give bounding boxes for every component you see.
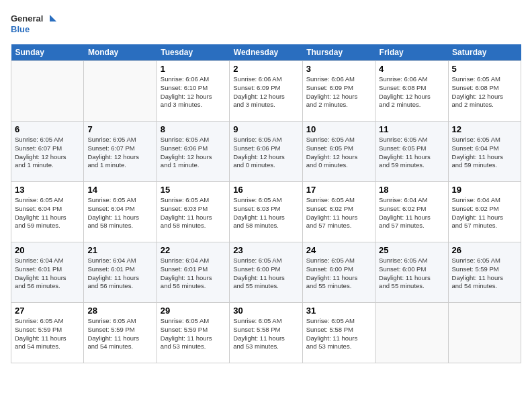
calendar-week-row: 6Sunrise: 6:05 AM Sunset: 6:07 PM Daylig…: [11, 122, 521, 182]
day-number: 28: [87, 306, 152, 316]
day-of-week-header: Wednesday: [230, 44, 302, 61]
calendar-cell: 14Sunrise: 6:05 AM Sunset: 6:04 PM Dayli…: [84, 182, 157, 242]
day-info: Sunrise: 6:05 AM Sunset: 6:03 PM Dayligh…: [161, 196, 226, 230]
day-number: 29: [161, 306, 226, 316]
day-info: Sunrise: 6:06 AM Sunset: 6:09 PM Dayligh…: [233, 75, 298, 109]
day-of-week-header: Friday: [375, 44, 448, 61]
day-info: Sunrise: 6:05 AM Sunset: 6:04 PM Dayligh…: [87, 196, 152, 230]
calendar-cell: 6Sunrise: 6:05 AM Sunset: 6:07 PM Daylig…: [11, 122, 84, 182]
calendar-cell: 1Sunrise: 6:06 AM Sunset: 6:10 PM Daylig…: [157, 61, 229, 122]
calendar-week-row: 20Sunrise: 6:04 AM Sunset: 6:01 PM Dayli…: [11, 242, 521, 303]
day-of-week-header: Sunday: [11, 44, 84, 61]
calendar-cell: 10Sunrise: 6:05 AM Sunset: 6:05 PM Dayli…: [302, 122, 375, 182]
logo: General Blue: [11, 11, 58, 36]
calendar-cell: 18Sunrise: 6:04 AM Sunset: 6:02 PM Dayli…: [375, 182, 448, 242]
day-number: 20: [15, 245, 80, 255]
day-number: 30: [233, 306, 298, 316]
day-number: 26: [452, 245, 517, 255]
day-number: 4: [379, 64, 444, 74]
calendar-cell: 29Sunrise: 6:05 AM Sunset: 5:59 PM Dayli…: [157, 303, 229, 363]
calendar-cell: 2Sunrise: 6:06 AM Sunset: 6:09 PM Daylig…: [230, 61, 302, 122]
day-number: 21: [87, 245, 152, 255]
day-of-week-header: Monday: [84, 44, 157, 61]
day-info: Sunrise: 6:04 AM Sunset: 6:01 PM Dayligh…: [161, 257, 226, 291]
day-info: Sunrise: 6:05 AM Sunset: 6:03 PM Dayligh…: [233, 196, 298, 230]
calendar-cell: [375, 303, 448, 363]
calendar-week-row: 27Sunrise: 6:05 AM Sunset: 5:59 PM Dayli…: [11, 303, 521, 363]
day-number: 5: [452, 64, 517, 74]
day-number: 2: [233, 64, 298, 74]
day-info: Sunrise: 6:06 AM Sunset: 6:09 PM Dayligh…: [306, 75, 371, 109]
day-number: 12: [452, 124, 517, 134]
day-info: Sunrise: 6:05 AM Sunset: 5:59 PM Dayligh…: [452, 257, 517, 291]
day-number: 14: [87, 185, 152, 195]
day-number: 15: [161, 185, 226, 195]
day-number: 27: [15, 306, 80, 316]
calendar-cell: 23Sunrise: 6:05 AM Sunset: 6:00 PM Dayli…: [230, 242, 302, 303]
day-number: 22: [161, 245, 226, 255]
day-info: Sunrise: 6:05 AM Sunset: 6:04 PM Dayligh…: [452, 136, 517, 170]
day-number: 25: [379, 245, 444, 255]
logo-svg: General Blue: [11, 11, 58, 36]
day-info: Sunrise: 6:05 AM Sunset: 6:07 PM Dayligh…: [15, 136, 80, 170]
day-number: 31: [306, 306, 371, 316]
day-of-week-header: Saturday: [448, 44, 521, 61]
day-info: Sunrise: 6:04 AM Sunset: 6:01 PM Dayligh…: [15, 257, 80, 291]
calendar-cell: 3Sunrise: 6:06 AM Sunset: 6:09 PM Daylig…: [302, 61, 375, 122]
calendar-cell: 12Sunrise: 6:05 AM Sunset: 6:04 PM Dayli…: [448, 122, 521, 182]
day-info: Sunrise: 6:05 AM Sunset: 5:59 PM Dayligh…: [87, 317, 152, 351]
svg-text:Blue: Blue: [11, 24, 30, 34]
calendar-cell: 20Sunrise: 6:04 AM Sunset: 6:01 PM Dayli…: [11, 242, 84, 303]
calendar-cell: 19Sunrise: 6:04 AM Sunset: 6:02 PM Dayli…: [448, 182, 521, 242]
day-info: Sunrise: 6:05 AM Sunset: 6:04 PM Dayligh…: [15, 196, 80, 230]
calendar-cell: 21Sunrise: 6:04 AM Sunset: 6:01 PM Dayli…: [84, 242, 157, 303]
svg-text:General: General: [11, 13, 43, 24]
day-number: 9: [233, 124, 298, 134]
calendar-cell: 30Sunrise: 6:05 AM Sunset: 5:58 PM Dayli…: [230, 303, 302, 363]
day-info: Sunrise: 6:05 AM Sunset: 6:05 PM Dayligh…: [379, 136, 444, 170]
day-info: Sunrise: 6:05 AM Sunset: 6:00 PM Dayligh…: [306, 257, 371, 291]
day-number: 19: [452, 185, 517, 195]
day-info: Sunrise: 6:05 AM Sunset: 5:58 PM Dayligh…: [233, 317, 298, 351]
page-header: General Blue: [11, 11, 521, 36]
day-number: 17: [306, 185, 371, 195]
calendar-week-row: 13Sunrise: 6:05 AM Sunset: 6:04 PM Dayli…: [11, 182, 521, 242]
calendar-cell: 26Sunrise: 6:05 AM Sunset: 5:59 PM Dayli…: [448, 242, 521, 303]
day-number: 3: [306, 64, 371, 74]
calendar-cell: [84, 61, 157, 122]
calendar-cell: 24Sunrise: 6:05 AM Sunset: 6:00 PM Dayli…: [302, 242, 375, 303]
day-info: Sunrise: 6:05 AM Sunset: 5:59 PM Dayligh…: [15, 317, 80, 351]
day-info: Sunrise: 6:06 AM Sunset: 6:08 PM Dayligh…: [379, 75, 444, 109]
day-info: Sunrise: 6:05 AM Sunset: 6:02 PM Dayligh…: [306, 196, 371, 230]
day-number: 11: [379, 124, 444, 134]
calendar-cell: 4Sunrise: 6:06 AM Sunset: 6:08 PM Daylig…: [375, 61, 448, 122]
day-number: 10: [306, 124, 371, 134]
calendar-cell: 8Sunrise: 6:05 AM Sunset: 6:06 PM Daylig…: [157, 122, 229, 182]
day-number: 13: [15, 185, 80, 195]
day-info: Sunrise: 6:05 AM Sunset: 5:59 PM Dayligh…: [161, 317, 226, 351]
calendar-week-row: 1Sunrise: 6:06 AM Sunset: 6:10 PM Daylig…: [11, 61, 521, 122]
calendar-cell: 15Sunrise: 6:05 AM Sunset: 6:03 PM Dayli…: [157, 182, 229, 242]
calendar-cell: 5Sunrise: 6:05 AM Sunset: 6:08 PM Daylig…: [448, 61, 521, 122]
day-info: Sunrise: 6:04 AM Sunset: 6:02 PM Dayligh…: [379, 196, 444, 230]
calendar-cell: 9Sunrise: 6:05 AM Sunset: 6:06 PM Daylig…: [230, 122, 302, 182]
day-info: Sunrise: 6:05 AM Sunset: 6:08 PM Dayligh…: [452, 75, 517, 109]
day-number: 24: [306, 245, 371, 255]
day-of-week-header: Tuesday: [157, 44, 229, 61]
calendar-cell: 25Sunrise: 6:05 AM Sunset: 6:00 PM Dayli…: [375, 242, 448, 303]
day-number: 1: [161, 64, 226, 74]
calendar-cell: 11Sunrise: 6:05 AM Sunset: 6:05 PM Dayli…: [375, 122, 448, 182]
day-info: Sunrise: 6:05 AM Sunset: 6:05 PM Dayligh…: [306, 136, 371, 170]
calendar-cell: 27Sunrise: 6:05 AM Sunset: 5:59 PM Dayli…: [11, 303, 84, 363]
day-info: Sunrise: 6:05 AM Sunset: 6:07 PM Dayligh…: [87, 136, 152, 170]
day-info: Sunrise: 6:06 AM Sunset: 6:10 PM Dayligh…: [161, 75, 226, 109]
day-number: 7: [87, 124, 152, 134]
day-number: 18: [379, 185, 444, 195]
calendar-cell: 28Sunrise: 6:05 AM Sunset: 5:59 PM Dayli…: [84, 303, 157, 363]
day-of-week-header: Thursday: [302, 44, 375, 61]
calendar-cell: 16Sunrise: 6:05 AM Sunset: 6:03 PM Dayli…: [230, 182, 302, 242]
calendar-cell: 22Sunrise: 6:04 AM Sunset: 6:01 PM Dayli…: [157, 242, 229, 303]
calendar-cell: [11, 61, 84, 122]
day-info: Sunrise: 6:05 AM Sunset: 6:00 PM Dayligh…: [379, 257, 444, 291]
calendar-cell: 17Sunrise: 6:05 AM Sunset: 6:02 PM Dayli…: [302, 182, 375, 242]
